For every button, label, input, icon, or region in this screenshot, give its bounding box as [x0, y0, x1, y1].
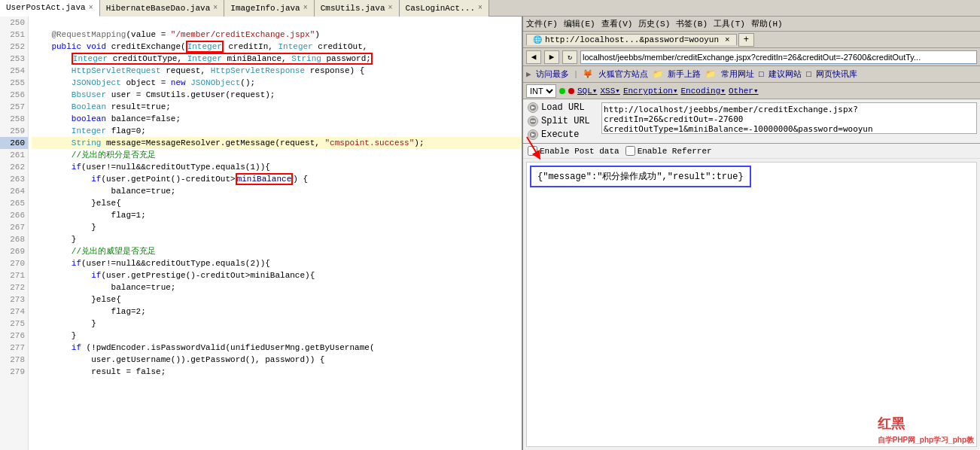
- menu-help[interactable]: 帮助(H): [751, 18, 783, 29]
- load-url-label: Load URL: [541, 102, 585, 113]
- code-line: boolean balance=false;: [32, 113, 522, 125]
- line-number: 251: [0, 29, 28, 41]
- tab-bar: UserPostAct.java × HibernateBaseDao.java…: [0, 0, 980, 17]
- main-content: 250 251 252 253 254 255 256 257 258 259 …: [0, 17, 980, 450]
- tab-imageinfo[interactable]: ImageInfo.java ×: [224, 0, 314, 17]
- tab-cmsutils[interactable]: CmsUtils.java ×: [315, 0, 400, 17]
- menu-edit[interactable]: 编辑(E): [564, 18, 595, 29]
- dot-green: [559, 88, 565, 94]
- fav-common[interactable]: 📁 常用网址: [705, 68, 754, 80]
- code-line: Integer flag=0;: [32, 125, 522, 137]
- code-line: user.getUsername()).getPassword(), passw…: [32, 354, 522, 366]
- hackbar-url-textarea[interactable]: http://localhost/jeebbs/member/creditExc…: [601, 102, 977, 134]
- code-line: if(user.getPoint()-creditOut>miniBalance…: [32, 173, 522, 185]
- code-line: if(user.getPrestige()-creditOut>miniBala…: [32, 269, 522, 281]
- page-favicon: 🌐: [533, 35, 542, 44]
- menu-view[interactable]: 查看(V): [601, 18, 633, 29]
- code-line: result = false;: [32, 366, 522, 378]
- code-line: [32, 17, 522, 29]
- forward-button[interactable]: ▶: [544, 50, 559, 64]
- load-url-button[interactable]: Load URL: [528, 102, 594, 113]
- tab-casloginact[interactable]: CasLoginAct... ×: [400, 0, 489, 17]
- fav-visit-most[interactable]: 访问最多: [536, 68, 569, 80]
- tab-hibernatebasedao[interactable]: HibernateBaseDao.java ×: [100, 0, 225, 17]
- fav-suggest[interactable]: □ 建议网站: [759, 68, 802, 80]
- browser-tab-close[interactable]: ×: [725, 35, 730, 44]
- line-number: 255: [0, 77, 28, 89]
- code-line: balance=true;: [32, 185, 522, 197]
- hackbar-sql-btn[interactable]: SQL▾: [577, 86, 597, 96]
- hackbar-encoding-btn[interactable]: Encoding▾: [681, 86, 726, 96]
- tab-label: CmsUtils.java: [321, 4, 385, 13]
- menu-file[interactable]: 文件(F): [526, 18, 558, 29]
- menu-bookmarks[interactable]: 书签(B): [676, 18, 708, 29]
- line-number: 272: [0, 281, 28, 293]
- enable-referrer-label[interactable]: Enable Referrer: [625, 146, 712, 156]
- favorites-bar: ▶ 访问最多 | 🦊 火狐官方站点 📁 新手上路 📁 常用网址 □ 建议网站 □…: [523, 66, 980, 83]
- hackbar-xss-btn[interactable]: XSS▾: [600, 86, 619, 96]
- enable-post-checkbox[interactable]: [528, 146, 537, 156]
- response-area: {"message":"积分操作成功","result":true}: [526, 162, 977, 447]
- hackbar-main: Load URL Split URL Execute http://localh…: [523, 99, 980, 144]
- execute-icon: [528, 129, 538, 140]
- browser-tab-title: http://localhost...&password=wooyun: [545, 35, 719, 44]
- tab-close-icon[interactable]: ×: [388, 4, 393, 12]
- menu-history[interactable]: 历史(S): [638, 18, 670, 29]
- execute-label: Execute: [541, 129, 579, 140]
- split-url-icon: [528, 116, 538, 126]
- enable-post-label[interactable]: Enable Post data: [528, 146, 619, 156]
- fav-webslice[interactable]: □ 网页快讯库: [806, 68, 857, 80]
- fav-label: ▶: [526, 69, 531, 79]
- tab-close-icon[interactable]: ×: [303, 4, 308, 12]
- watermark-logo: 红黑: [878, 416, 905, 431]
- fav-firefox[interactable]: 🦊 火狐官方站点: [583, 68, 648, 80]
- line-number: 277: [0, 342, 28, 354]
- line-number: 252: [0, 41, 28, 53]
- code-line: if(user!=null&&creditOutType.equals(2)){: [32, 257, 522, 269]
- hackbar-actions: Load URL Split URL Execute: [523, 99, 598, 143]
- line-number: 261: [0, 149, 28, 161]
- tab-close-icon[interactable]: ×: [89, 4, 93, 12]
- code-lines: 250 251 252 253 254 255 256 257 258 259 …: [0, 17, 522, 450]
- back-button[interactable]: ◀: [526, 50, 541, 64]
- browser-titlebar: 🌐 http://localhost...&password=wooyun × …: [523, 32, 980, 48]
- line-number: 278: [0, 354, 28, 366]
- code-line: balance=true;: [32, 281, 522, 293]
- hackbar-other-btn[interactable]: Other▾: [729, 86, 759, 96]
- line-number: 267: [0, 221, 28, 233]
- line-number: 274: [0, 306, 28, 318]
- code-line: if(user!=null&&creditOutType.equals(1)){: [32, 161, 522, 173]
- menu-tools[interactable]: 工具(T): [714, 18, 745, 29]
- hackbar-encryption-btn[interactable]: Encryption▾: [623, 86, 678, 96]
- code-line: HttpServletRequest request, HttpServletR…: [32, 65, 522, 77]
- code-line: flag=2;: [32, 306, 522, 318]
- browser-tab[interactable]: 🌐 http://localhost...&password=wooyun ×: [526, 34, 737, 45]
- line-number: 271: [0, 269, 28, 281]
- tab-close-icon[interactable]: ×: [478, 4, 482, 12]
- hackbar-select[interactable]: INT: [526, 84, 556, 98]
- code-line: public void creditExchange(Integer credi…: [32, 41, 522, 53]
- address-input[interactable]: [580, 50, 977, 64]
- fav-newbie[interactable]: 📁 新手上路: [653, 68, 702, 80]
- code-line: }: [32, 221, 522, 233]
- line-number: 265: [0, 197, 28, 209]
- line-number: 264: [0, 185, 28, 197]
- line-number: 279: [0, 366, 28, 378]
- code-line: @RequestMapping(value = "/member/creditE…: [32, 29, 522, 41]
- new-tab-btn[interactable]: +: [738, 33, 754, 47]
- enable-referrer-checkbox[interactable]: [625, 146, 635, 156]
- reload-button[interactable]: ↻: [562, 50, 577, 64]
- tab-label: ImageInfo.java: [230, 4, 300, 13]
- line-number: 268: [0, 233, 28, 245]
- tab-label: CasLoginAct...: [406, 4, 475, 13]
- split-url-button[interactable]: Split URL: [528, 116, 594, 126]
- code-line: }else{: [32, 293, 522, 306]
- line-number: 275: [0, 318, 28, 330]
- line-number: 253: [0, 53, 28, 65]
- hackbar-toolbar: INT SQL▾ XSS▾ Encryption▾ Encoding▾ Othe…: [523, 83, 980, 99]
- code-line: Integer creditOutType, Integer miniBalan…: [32, 53, 522, 65]
- tab-userpostact[interactable]: UserPostAct.java ×: [0, 0, 100, 17]
- tab-close-icon[interactable]: ×: [213, 4, 218, 12]
- dot-red: [568, 88, 574, 94]
- execute-button[interactable]: Execute: [528, 129, 594, 140]
